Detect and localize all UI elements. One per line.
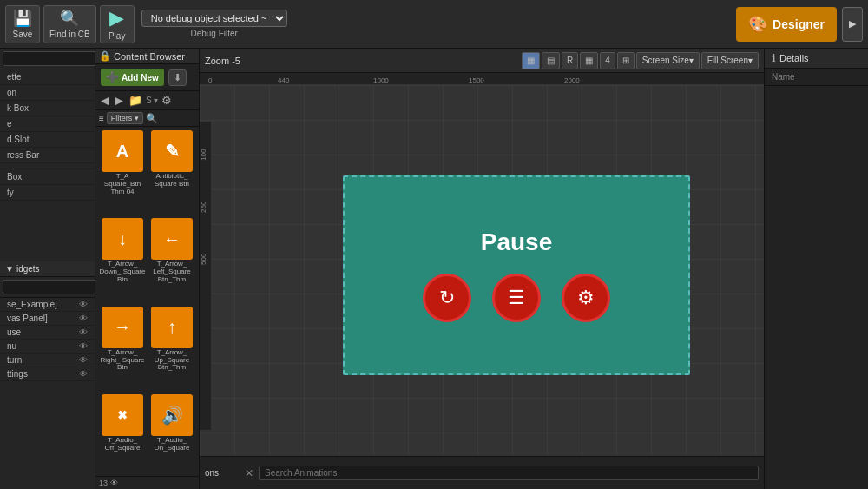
cb-search-icon[interactable]: 🔍 xyxy=(146,113,158,124)
debug-dropdown[interactable]: No debug object selected ~ xyxy=(141,10,287,27)
grid-btn-3[interactable]: ▦ xyxy=(580,52,598,69)
widget-item[interactable]: se_Example] 👁 xyxy=(0,298,95,312)
cb-asset-label: T_Arrow_ Left_Square Btn_Thm xyxy=(148,261,195,283)
svg-text:500: 500 xyxy=(200,253,207,265)
play-button[interactable]: ▶ Play xyxy=(100,5,135,43)
widgets-header: ▼ idgets xyxy=(0,261,95,277)
debug-filter-group: No debug object selected ~ Debug Filter xyxy=(141,10,287,38)
pause-settings-button[interactable]: ⚙ xyxy=(562,274,610,322)
save-button[interactable]: 💾 Save xyxy=(5,5,40,43)
cb-asset-item[interactable]: ✎ Antibiotic_ Square Btn xyxy=(148,130,195,215)
cb-thumbnail: → xyxy=(102,307,143,348)
animations-search-input[interactable] xyxy=(259,466,759,480)
designer-arrow-button[interactable]: ▶ xyxy=(842,7,863,42)
cb-settings-button[interactable]: ⚙ xyxy=(160,93,174,108)
top-toolbar: 💾 Save 🔍 Find in CB ▶ Play No debug obje… xyxy=(0,0,868,49)
plus-grid-btn[interactable]: ⊞ xyxy=(617,52,635,69)
canvas-viewport[interactable]: 100 250 500 Pause ↻ ☰ ⚙ xyxy=(200,85,764,465)
find-in-cb-button[interactable]: 🔍 Find in CB xyxy=(43,5,96,43)
canvas-ruler: 0 440 1000 1500 2000 xyxy=(200,73,764,85)
left-sidebar: 🔍 ette on k Box e d Slot ress Bar Box ty… xyxy=(0,49,95,489)
widget-eye-icon[interactable]: 👁 xyxy=(79,355,88,365)
pause-menu-button[interactable]: ☰ xyxy=(492,274,541,322)
screen-size-button[interactable]: Screen Size▾ xyxy=(636,52,700,69)
cb-asset-label: Antibiotic_ Square Btn xyxy=(148,173,195,188)
designer-button[interactable]: 🎨 Designer xyxy=(736,7,837,42)
cb-eye-icon: 👁 xyxy=(110,479,118,487)
widget-item-label: turn xyxy=(7,355,22,365)
designer-label: Designer xyxy=(773,17,825,31)
cb-thumbnail: ✎ xyxy=(151,130,193,172)
menu-icon: ☰ xyxy=(508,287,525,309)
play-label: Play xyxy=(108,31,125,41)
widget-eye-icon[interactable]: 👁 xyxy=(79,369,88,379)
lock-icon[interactable]: 🔒 xyxy=(99,50,111,62)
palette-item[interactable]: Box xyxy=(0,169,95,185)
animations-label: ons xyxy=(205,468,240,478)
cb-thumbnail: ✖ xyxy=(102,394,143,436)
cb-back-button[interactable]: ◀ xyxy=(99,93,111,108)
widget-eye-icon[interactable]: 👁 xyxy=(79,314,88,323)
widget-eye-icon[interactable]: 👁 xyxy=(79,341,88,351)
restart-icon: ↻ xyxy=(439,287,455,309)
cb-filters: ≡ Filters ▾ 🔍 xyxy=(95,110,199,127)
palette-item[interactable]: k Box xyxy=(0,101,95,116)
filters-button[interactable]: Filters ▾ xyxy=(107,112,143,124)
palette-item[interactable] xyxy=(0,163,95,169)
grid-btn-1[interactable]: ▦ xyxy=(522,52,540,69)
palette-item[interactable]: ette xyxy=(0,69,95,85)
play-icon: ▶ xyxy=(109,7,124,30)
thumb-icon: 🔊 xyxy=(161,405,183,426)
plus-icon: ➕ xyxy=(106,71,119,83)
fill-screen-label: Fill Screen xyxy=(707,56,748,65)
widget-item[interactable]: use 👁 xyxy=(0,326,95,340)
cb-asset-item[interactable]: 🔊 T_Audio_ On_Square xyxy=(148,394,195,472)
cb-asset-item[interactable]: ✖ T_Audio_ Off_Square xyxy=(99,394,146,472)
cb-asset-item[interactable]: → T_Arrow_ Right_ Square Btn xyxy=(99,307,146,392)
cb-path-label: S ▾ xyxy=(146,96,158,105)
cb-asset-item[interactable]: ↓ T_Arrow_ Down_ Square Btn xyxy=(99,218,146,303)
palette-item[interactable]: ty xyxy=(0,185,95,201)
animations-close-button[interactable]: ✕ xyxy=(245,467,253,479)
import-button[interactable]: ⬇ xyxy=(168,69,187,86)
widget-item[interactable]: ttings 👁 xyxy=(0,367,95,381)
widget-eye-icon[interactable]: 👁 xyxy=(79,327,88,337)
cb-asset-item[interactable]: ↑ T_Arrow_ Up_Square Btn_Thm xyxy=(148,307,195,392)
content-browser-header: 🔒 Content Browser xyxy=(95,49,199,64)
widget-eye-icon[interactable]: 👁 xyxy=(79,300,88,309)
palette-list: ette on k Box e d Slot ress Bar Box ty xyxy=(0,69,95,261)
thumb-icon: ↑ xyxy=(168,317,176,337)
debug-filter-label: Debug Filter xyxy=(190,29,237,38)
r-btn[interactable]: R xyxy=(562,52,578,69)
cb-asset-item[interactable]: ← T_Arrow_ Left_Square Btn_Thm xyxy=(148,218,195,303)
add-new-button[interactable]: ➕ Add New xyxy=(101,69,164,86)
palette-item[interactable]: e xyxy=(0,116,95,132)
cb-thumbnail: ↓ xyxy=(102,218,143,260)
four-btn[interactable]: 4 xyxy=(600,52,615,69)
details-name-field: Name xyxy=(765,69,868,86)
widget-item[interactable]: vas Panel] 👁 xyxy=(0,312,95,326)
svg-text:250: 250 xyxy=(200,201,207,213)
details-header: ℹ Details xyxy=(765,49,868,69)
palette-item[interactable]: ress Bar xyxy=(0,148,95,163)
widget-item-label: nu xyxy=(7,341,16,351)
grid-btn-2[interactable]: ▤ xyxy=(542,52,560,69)
fill-screen-button[interactable]: Fill Screen▾ xyxy=(701,52,759,69)
widget-item[interactable]: nu 👁 xyxy=(0,340,95,354)
cb-folder-button[interactable]: 📁 xyxy=(127,93,144,108)
cb-asset-item[interactable]: A T_A Square_Btn Thm 04 xyxy=(99,130,146,215)
details-panel: ℹ Details Name xyxy=(764,49,868,489)
widget-item[interactable]: turn 👁 xyxy=(0,354,95,367)
cb-forward-button[interactable]: ▶ xyxy=(113,93,125,108)
cb-asset-label: T_Arrow_ Up_Square Btn_Thm xyxy=(148,349,195,372)
widget-item-label: use xyxy=(7,327,21,337)
thumb-icon: → xyxy=(114,317,131,337)
pause-restart-button[interactable]: ↻ xyxy=(423,274,471,322)
zoom-label: Zoom -5 xyxy=(205,56,248,66)
palette-item[interactable]: d Slot xyxy=(0,132,95,148)
widget-list: se_Example] 👁 vas Panel] 👁 use 👁 nu 👁 tu… xyxy=(0,298,95,490)
palette-item[interactable]: on xyxy=(0,85,95,101)
pause-buttons: ↻ ☰ ⚙ xyxy=(423,274,610,322)
thumb-icon: ✎ xyxy=(165,141,180,162)
svg-text:1500: 1500 xyxy=(469,76,484,84)
